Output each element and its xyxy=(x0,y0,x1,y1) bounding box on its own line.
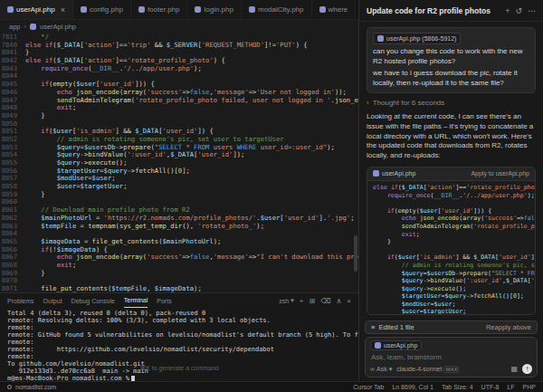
panel-actions: zsh ▾ + ⊞ ⌫ ∧ × xyxy=(279,297,351,305)
code-text: else if($_DATA['action']=='rotate_profil… xyxy=(373,184,535,192)
code-text: $user=$targetUser; xyxy=(373,308,466,314)
terminal-line: remote: xyxy=(7,339,351,346)
codeblock-header: userApi.php Apply to userApi.php xyxy=(367,167,535,181)
breadcrumb[interactable]: app›userApi.php xyxy=(0,20,358,33)
breadcrumb-item[interactable]: userApi.php xyxy=(40,23,76,31)
cursor-window: userApi.php×config.phpfooter.phplogin.ph… xyxy=(0,0,543,392)
php-icon xyxy=(30,24,36,30)
send-button[interactable]: ↑ xyxy=(522,364,532,374)
maximize-panel-icon[interactable]: ∧ xyxy=(336,297,341,305)
panel-tab-debug-console[interactable]: Debug Console xyxy=(71,293,115,308)
edited-files-bar[interactable]: ≡ Edited 1 file Reapply above xyxy=(365,320,538,334)
tab-bar: userApi.php×config.phpfooter.phplogin.ph… xyxy=(0,0,358,20)
code-line: require_once(__DIR__.'/../app/user.php')… xyxy=(373,192,529,200)
chat-panel: Update code for R2 profile photos + ↺ ⋯ … xyxy=(358,0,543,381)
model-select[interactable]: claude-4-sonnet MAX xyxy=(396,366,459,373)
status-remote[interactable]: nomadlist.com xyxy=(7,384,56,390)
panel-tab-problems[interactable]: Problems xyxy=(7,293,34,308)
code-line: 8071 file_put_contents($tempFile, $image… xyxy=(0,285,358,292)
code-line: 8059 } xyxy=(0,191,358,199)
kill-terminal-icon[interactable]: ⌫ xyxy=(320,297,330,305)
chat-header: Update code for R2 profile photos + ↺ ⋯ xyxy=(359,0,543,22)
terminal-line: Total 4 (delta 3), reused 0 (delta 0), p… xyxy=(7,310,351,317)
status-tab-size-4[interactable]: Tab Size: 4 xyxy=(442,384,473,390)
code-text: $tempFile = tempnam(sys_get_temp_dir(), … xyxy=(25,223,264,231)
code-line xyxy=(373,246,529,254)
php-icon xyxy=(249,6,255,13)
thought-toggle[interactable]: › Thought for 6 seconds xyxy=(367,99,536,107)
breadcrumb-item[interactable]: app xyxy=(9,23,21,31)
code-line: // admin is rotating someone's pic, set … xyxy=(373,262,529,270)
panel-tab-terminal[interactable]: Terminal xyxy=(124,293,148,308)
php-icon xyxy=(373,170,379,177)
code-text: echo json_encode(array('success'=>false,… xyxy=(373,215,535,223)
chat-input[interactable]: userApi.php Ask, learn, brainstorm ∞ Ask… xyxy=(365,337,538,378)
more-icon[interactable]: ⋯ xyxy=(528,6,536,15)
reapply-button[interactable]: Reapply above xyxy=(486,323,531,331)
status-php[interactable]: PHP xyxy=(523,384,536,390)
chat-code[interactable]: else if($_DATA['action']=='rotate_profil… xyxy=(367,181,535,314)
tab-login.php[interactable]: login.php xyxy=(187,0,241,19)
status-cursor-tab[interactable]: Cursor Tab xyxy=(353,384,384,390)
php-icon xyxy=(195,6,201,13)
chat-input-placeholder[interactable]: Ask, learn, brainstorm xyxy=(370,352,532,364)
terminal-line: remote: Resolving deltas: 100% (3/3), co… xyxy=(7,317,351,324)
new-terminal-icon[interactable]: + xyxy=(300,297,304,305)
terminal-line: m@ms-MacBook-Pro nomadlist.com % xyxy=(7,375,351,381)
code-line: $user=$targetUser; xyxy=(373,308,529,314)
code-text: $modUser=$user; xyxy=(373,301,455,309)
input-chip-row: userApi.php xyxy=(370,340,532,350)
tab-userApi.php[interactable]: userApi.php× xyxy=(0,0,73,19)
panel-tab-ports[interactable]: Ports xyxy=(157,293,171,308)
close-icon[interactable]: × xyxy=(61,5,65,14)
context-file-label: userApi.php (5866-5912) xyxy=(386,34,456,43)
shell-select[interactable]: zsh ▾ xyxy=(279,297,293,304)
code-line: $query=$usersDb->prepare("SELECT * FROM … xyxy=(373,270,529,278)
php-icon xyxy=(138,6,145,13)
history-icon[interactable]: ↺ xyxy=(515,6,522,15)
status-lf[interactable]: LF xyxy=(507,384,514,390)
input-context-chip[interactable]: userApi.php xyxy=(370,340,422,350)
code-line: $targetUser=$query->fetchAll()[0]; xyxy=(373,292,529,301)
split-terminal-icon[interactable]: ⊞ xyxy=(309,297,315,305)
context-file-chip[interactable]: userApi.php (5866-5912) xyxy=(373,33,461,44)
input-controls: ∞ Ask ▾ claude-4-sonnet MAX ▦ ↑ xyxy=(370,364,532,374)
chat-header-icons: + ↺ ⋯ xyxy=(505,6,536,15)
code-line: $query->bindValue(':user_id',$_DATA['use… xyxy=(373,277,529,285)
terminal-output[interactable]: ⌘K to generate a command Total 4 (delta … xyxy=(0,308,358,381)
chat-messages[interactable]: userApi.php (5866-5912) can you change t… xyxy=(359,22,543,317)
image-icon[interactable]: ▦ xyxy=(510,365,518,373)
tab-modalCity.php[interactable]: modalCity.php xyxy=(242,0,312,19)
code-line: $query->execute(); xyxy=(373,285,529,293)
close-panel-icon[interactable]: × xyxy=(347,297,351,305)
thought-label: Thought for 6 seconds xyxy=(373,99,445,107)
status-ln-8699-col-1[interactable]: Ln 8699, Col 1 xyxy=(392,384,433,390)
new-chat-icon[interactable]: + xyxy=(505,6,510,15)
code-line: exit; xyxy=(373,231,529,239)
apply-button[interactable]: Apply to userApi.php xyxy=(471,170,529,177)
php-icon xyxy=(377,35,384,42)
code-line: 8068 exit; xyxy=(0,262,358,270)
editor-scrollbar[interactable] xyxy=(353,33,358,292)
status-utf-8[interactable]: UTF-8 xyxy=(481,384,500,390)
remote-icon xyxy=(7,385,12,389)
mode-select[interactable]: ∞ Ask ▾ xyxy=(370,366,392,373)
codeblock-filename: userApi.php xyxy=(373,170,415,177)
chevron-right-icon: › xyxy=(367,99,369,107)
tab-label: userApi.php xyxy=(16,5,55,14)
panel-tab-output[interactable]: Output xyxy=(43,293,62,308)
editor[interactable]: 7811 */7840else if($_DATA['action']=='tr… xyxy=(0,33,358,292)
terminal-line: remote: xyxy=(7,324,351,331)
scrollbar-thumb[interactable] xyxy=(354,235,357,272)
infinity-icon: ∞ xyxy=(370,366,375,372)
tab-where[interactable]: where xyxy=(312,0,357,19)
code-text: file_put_contents($tempFile, $imageData)… xyxy=(25,285,202,292)
tab-config.php[interactable]: config.php xyxy=(73,0,131,19)
code-line xyxy=(373,199,529,207)
max-badge: MAX xyxy=(443,366,459,373)
editor-column: userApi.php×config.phpfooter.phplogin.ph… xyxy=(0,0,358,381)
main-row: userApi.php×config.phpfooter.phplogin.ph… xyxy=(0,0,543,381)
code-line: 8048 exit; xyxy=(0,104,358,112)
tab-footer.php[interactable]: footer.php xyxy=(131,0,188,19)
code-text: } xyxy=(25,270,45,278)
